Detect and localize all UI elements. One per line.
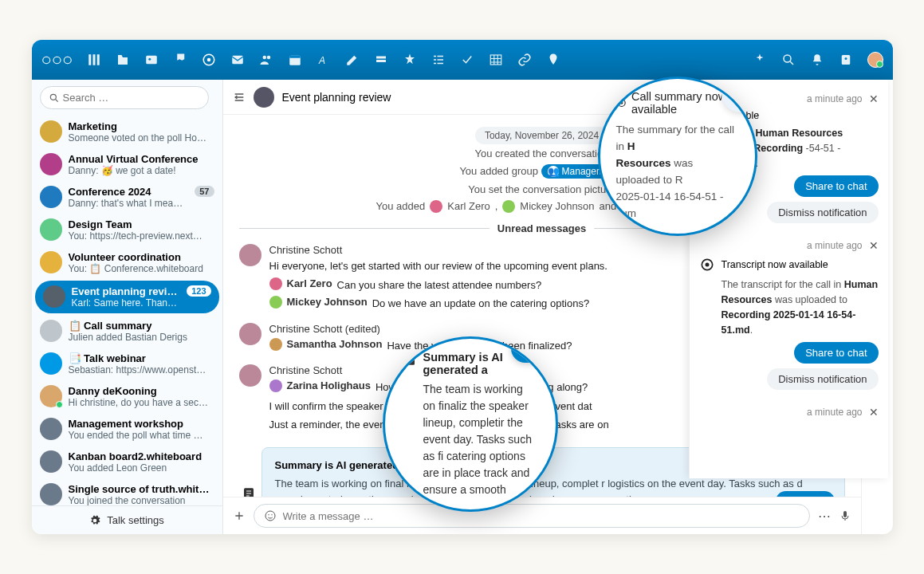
calendar-icon[interactable] [288,53,302,67]
dismiss-summary-button[interactable]: Dismiss [776,491,835,497]
conversation-item[interactable]: Event planning reviewKarl: Same here. Th… [35,281,219,313]
close-icon[interactable]: ✕ [869,239,879,252]
talk-settings[interactable]: Talk settings [32,505,222,534]
mention[interactable]: Mickey Johnson [287,296,368,308]
svg-rect-3 [147,56,158,65]
conversation-item[interactable]: Conference 2024Danny: that's what I mea…… [32,181,222,214]
notification-time: a minute ago [807,240,862,251]
attach-icon[interactable] [233,509,246,522]
notifications-icon[interactable] [810,53,824,67]
conversation-item[interactable]: Design TeamYou: https://tech-preview.nex… [32,214,222,246]
talk-settings-label: Talk settings [107,514,164,526]
conversation-subtitle: You: https://tech-preview.next… [69,230,214,242]
dismiss-notification-button[interactable]: Dismiss notification [767,202,878,223]
conversation-subtitle: Sebastian: https://www.openst… [69,364,214,375]
notification-body: The transcript for the call in Human Res… [722,277,879,337]
conversation-avatar [40,385,62,407]
message-avatar [239,323,261,345]
close-icon[interactable]: ✕ [869,406,879,419]
notes-icon[interactable] [345,53,360,67]
mail-icon[interactable] [230,53,245,67]
svg-rect-11 [290,56,301,58]
mic-icon[interactable] [839,509,851,522]
svg-point-23 [271,514,272,515]
conversation-title: Danny deKooning [69,385,214,397]
app-window: ○○○ A [32,40,893,534]
conversation-item[interactable]: 📑 Talk webinarSebastian: https://www.ope… [32,348,222,380]
dashboard-icon[interactable] [87,53,101,67]
conversation-item[interactable]: Single source of truth.whiteb…You joined… [32,478,222,505]
user-chip-avatar [502,200,515,213]
mention[interactable]: Karl Zero [287,277,332,289]
app-icon-1[interactable] [403,53,417,67]
chat-avatar [254,87,274,108]
contacts-menu-icon[interactable] [839,53,853,67]
conversation-item[interactable]: MarketingSomeone voted on the poll Ho… [32,116,222,148]
svg-point-19 [50,94,56,100]
search-icon[interactable] [781,53,796,67]
link-icon[interactable] [517,53,532,67]
check-icon[interactable] [460,53,474,67]
conversation-avatar [40,320,62,342]
search-box[interactable] [40,86,209,109]
tasks-icon[interactable] [431,53,446,67]
sidebar-toggle-icon[interactable] [233,91,246,104]
notification-time: a minute ago [807,407,862,418]
assistant-icon [699,257,715,273]
logo: ○○○ [41,49,73,70]
message-input[interactable] [283,510,800,522]
conversation-item[interactable]: 📋 Call summaryJulien added Bastian Derig… [32,315,222,348]
mention[interactable]: Samantha Johnson [287,338,383,350]
assistant-icon[interactable] [753,53,767,67]
conversation-title: Volunteer coordination [69,251,214,263]
conversation-title: Kanban board2.whiteboard [69,450,214,462]
svg-point-22 [268,514,269,515]
summary-body: The team is working on final ng confirmi… [275,476,832,497]
share-to-chat-button[interactable]: Share to chat [794,342,878,364]
conversation-subtitle: You ended the poll what time … [69,430,214,441]
conversation-item[interactable]: Kanban board2.whiteboardYou added Leon G… [32,446,222,478]
notification: a minute ago✕ [699,399,879,425]
conversation-item[interactable]: Danny deKooningHi christine, do you have… [32,380,222,413]
svg-rect-20 [244,488,254,497]
conversation-subtitle: Danny: that's what I mea… [69,198,189,209]
files-icon[interactable] [116,53,130,67]
close-icon[interactable]: ✕ [869,92,879,105]
conversation-title: Design Team [69,218,214,230]
talk-icon[interactable] [202,53,216,67]
contacts-icon[interactable] [259,53,273,67]
conversation-avatar [43,285,65,308]
svg-rect-2 [97,54,100,65]
svg-point-8 [263,56,267,60]
photos-icon[interactable] [144,53,159,67]
conversation-subtitle: You joined the conversation [69,495,214,505]
conversation-item[interactable]: Volunteer coordinationYou: 📋 Conference.… [32,246,222,279]
unread-badge: 123 [187,285,210,297]
emoji-icon[interactable] [264,509,277,522]
conversation-item[interactable]: Management workshopYou ended the poll wh… [32,413,222,446]
svg-rect-0 [89,54,92,65]
gear-icon [89,515,100,526]
zoom-highlight-top: Call summary now available The summary f… [598,77,757,236]
search-input[interactable] [60,90,200,105]
user-avatar[interactable] [867,52,883,68]
activity-icon[interactable] [173,53,187,67]
conversation-item[interactable]: Annual Virtual ConferenceDanny: 🥳 we got… [32,148,222,181]
svg-rect-15 [491,55,502,65]
conversation-avatar [40,418,62,440]
conversation-subtitle: You: 📋 Conference.whiteboard [69,263,214,274]
dismiss-notification-button[interactable]: Dismiss notification [767,368,878,390]
sidebar: MarketingSomeone voted on the poll Ho…An… [32,80,223,534]
svg-point-6 [207,58,211,62]
maps-icon[interactable] [546,53,560,67]
share-to-chat-button[interactable]: Share to chat [794,175,878,197]
composer-menu-icon[interactable]: ⋯ [818,509,831,524]
mention[interactable]: Zarina Holighaus [287,379,371,391]
svg-point-4 [149,58,151,61]
message-avatar [239,364,261,387]
conversation-subtitle: Karl: Same here. Thanks… [72,297,181,309]
text-icon[interactable]: A [317,53,331,67]
tables-icon[interactable] [489,53,503,67]
deck-icon[interactable] [374,53,388,67]
message-input-wrapper[interactable] [254,504,810,528]
